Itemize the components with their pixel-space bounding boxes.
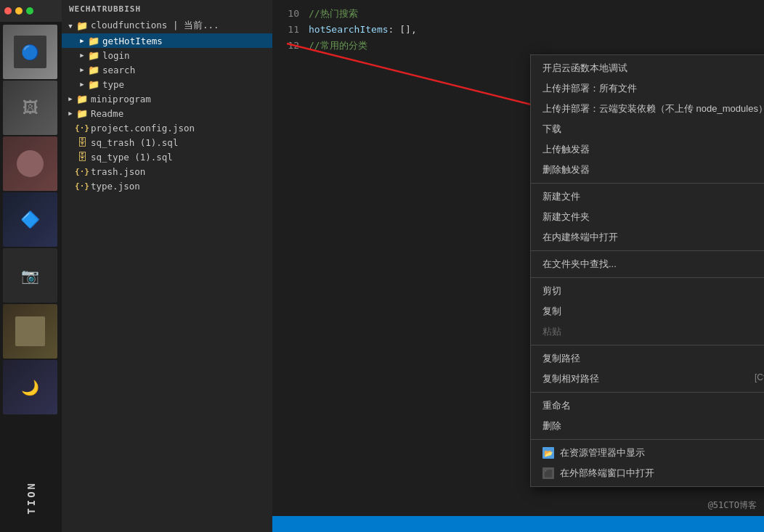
editor-area: 10 11 12 //热门搜索 hotSearchItems: [], //常用… [272, 0, 764, 532]
tree-item-search[interactable]: ▶ 📁 search [62, 62, 272, 77]
close-dot[interactable] [4, 7, 12, 15]
tree-label-project-config: project.config.json [91, 123, 195, 134]
comment-hot-search: //热门搜索 [309, 8, 358, 19]
minimize-dot[interactable] [15, 7, 23, 15]
code-line-10: //热门搜索 [309, 6, 417, 22]
explorer-icon: 📂 [542, 447, 554, 459]
tree-label-gethotitems: getHotItems [102, 36, 163, 46]
sql-icon-trash: 🗄 [76, 136, 88, 148]
tree-item-type[interactable]: ▶ 📁 type [62, 77, 272, 91]
tree-item-cloudfunctions[interactable]: ▼ 📁 cloudfunctions | 当前... [62, 18, 272, 33]
menu-item-find-in-folder[interactable]: 在文件夹中查找... [531, 254, 764, 274]
menu-item-open-terminal[interactable]: 在内建终端中打开 [531, 227, 764, 247]
json-icon-project: {·} [76, 122, 88, 134]
watermark: @51CTO博客 [708, 499, 757, 512]
arrow-search: ▶ [76, 66, 88, 73]
folder-icon-search: 📁 [88, 64, 99, 75]
menu-copy-rel-path-label: 复制相对路径 [542, 372, 599, 385]
folder-icon-miniprogram: 📁 [76, 93, 88, 105]
tree-label-miniprogram: miniprogram [91, 94, 151, 105]
tree-item-trash-json[interactable]: {·} trash.json [62, 164, 272, 179]
tree-item-gethotitems[interactable]: ▶ 📁 getHotItems [62, 33, 272, 48]
arrow-miniprogram: ▶ [65, 95, 76, 102]
menu-item-delete[interactable]: 删除 [Delete] [531, 416, 764, 436]
menu-paste-label: 粘贴 [542, 325, 561, 338]
tree-label-cloudfunctions: cloudfunctions | 当前... [91, 20, 219, 32]
explorer-panel: WECHATRUBBISH ▼ 📁 cloudfunctions | 当前...… [62, 0, 272, 532]
tree-label-login: login [102, 50, 130, 61]
arrow-login: ▶ [76, 52, 88, 59]
menu-item-reveal-in-explorer[interactable]: 📂 在资源管理器中显示 [Shift+Alt+R] [531, 443, 764, 463]
menu-item-copy[interactable]: 复制 [Ctrl+C] [531, 301, 764, 322]
menu-separator-5 [531, 392, 764, 393]
thumbnail-2[interactable]: 🖼 [3, 81, 57, 135]
menu-copy-path-label: 复制路径 [542, 352, 580, 365]
tree-item-miniprogram[interactable]: ▶ 📁 miniprogram [62, 91, 272, 106]
property-hotsearchitems: hotSearchItems [309, 24, 389, 35]
context-menu: 开启云函数本地调试 上传并部署：所有文件 上传并部署：云端安装依赖（不上传 no… [530, 54, 764, 487]
tree-item-readme[interactable]: ▶ 📁 Readme [62, 106, 272, 120]
tree-label-trash-json: trash.json [91, 166, 145, 177]
code-editor: //热门搜索 hotSearchItems: [], //常用的分类 [309, 6, 417, 54]
thumbnail-6[interactable] [3, 304, 57, 359]
menu-cut-label: 剪切 [542, 285, 561, 298]
arrow-gethotitems: ▶ [76, 37, 88, 44]
comment-categories: //常用的分类 [309, 40, 367, 51]
tree-item-sq-type[interactable]: 🗄 sq_type (1).sql [62, 150, 272, 164]
terminal-icon: ⬛ [542, 467, 554, 479]
menu-delete-label: 删除 [542, 420, 561, 433]
menu-item-upload-all[interactable]: 上传并部署：所有文件 [531, 78, 764, 99]
menu-separator-6 [531, 439, 764, 440]
tree-label-sq-type: sq_type (1).sql [91, 152, 173, 163]
folder-icon-gethotitems: 📁 [88, 35, 99, 46]
vertical-text-label: TION [25, 481, 37, 515]
menu-item-rename[interactable]: 重命名 [F2] [531, 396, 764, 416]
json-icon-trash: {·} [76, 165, 88, 177]
arrow-cloudfunctions: ▼ [65, 22, 76, 30]
tree-item-sq-trash[interactable]: 🗄 sq_trash (1).sql [62, 135, 272, 150]
menu-copy-rel-path-shortcut: [Ctrl+K Ctrl+Shift+C] [755, 372, 764, 385]
thumbnail-1[interactable]: 🔵 [3, 25, 57, 79]
menu-external-terminal-label: 在外部终端窗口中打开 [560, 467, 654, 480]
code-line-12: //常用的分类 [309, 38, 417, 54]
menu-item-download[interactable]: 下载 [531, 119, 764, 139]
maximize-dot[interactable] [26, 7, 33, 15]
menu-item-open-external-terminal[interactable]: ⬛ 在外部终端窗口中打开 [531, 463, 764, 483]
thumbnail-4[interactable]: 🔷 [3, 192, 57, 247]
folder-icon-cloudfunctions: 📁 [76, 20, 88, 32]
thumbnail-5[interactable]: 📷 [3, 248, 57, 303]
folder-icon-type: 📁 [88, 78, 99, 90]
menu-reveal-label: 在资源管理器中显示 [560, 446, 645, 459]
menu-item-copy-path[interactable]: 复制路径 [Shift+Alt+C] [531, 348, 764, 369]
tree-label-type-json: type.json [91, 181, 140, 192]
json-icon-type: {·} [76, 180, 88, 192]
status-bar [272, 516, 764, 532]
folder-icon-readme: 📁 [76, 107, 88, 119]
menu-rename-label: 重命名 [542, 399, 571, 412]
menu-item-delete-trigger[interactable]: 删除触发器 [531, 160, 764, 180]
tree-item-login[interactable]: ▶ 📁 login [62, 48, 272, 62]
menu-separator-4 [531, 345, 764, 345]
sql-icon-type: 🗄 [76, 151, 88, 163]
tree-item-project-config[interactable]: {·} project.config.json [62, 120, 272, 135]
code-line-11: hotSearchItems: [], [309, 22, 417, 38]
menu-item-copy-relative-path[interactable]: 复制相对路径 [Ctrl+K Ctrl+Shift+C] [531, 369, 764, 389]
menu-item-upload-trigger[interactable]: 上传触发器 [531, 139, 764, 160]
menu-separator-2 [531, 250, 764, 251]
menu-separator-3 [531, 277, 764, 278]
tree-label-search: search [102, 65, 135, 75]
menu-item-cut[interactable]: 剪切 [Ctrl+X] [531, 281, 764, 301]
tree-item-type-json[interactable]: {·} type.json [62, 179, 272, 193]
folder-icon-login: 📁 [88, 49, 99, 61]
explorer-header: WECHATRUBBISH [62, 0, 272, 18]
menu-separator-1 [531, 183, 764, 184]
menu-item-upload-no-node-modules[interactable]: 上传并部署：云端安装依赖（不上传 node_modules） [531, 99, 764, 119]
thumbnail-3[interactable] [3, 136, 57, 191]
menu-item-open-local-debug[interactable]: 开启云函数本地调试 [531, 58, 764, 78]
menu-item-new-folder[interactable]: 新建文件夹 [531, 207, 764, 227]
thumbnail-7[interactable]: 🌙 [3, 360, 57, 414]
menu-copy-label: 复制 [542, 305, 561, 318]
menu-item-paste: 粘贴 [Ctrl+V] [531, 322, 764, 342]
tree-label-sq-trash: sq_trash (1).sql [91, 137, 178, 148]
menu-item-new-file[interactable]: 新建文件 [531, 187, 764, 207]
